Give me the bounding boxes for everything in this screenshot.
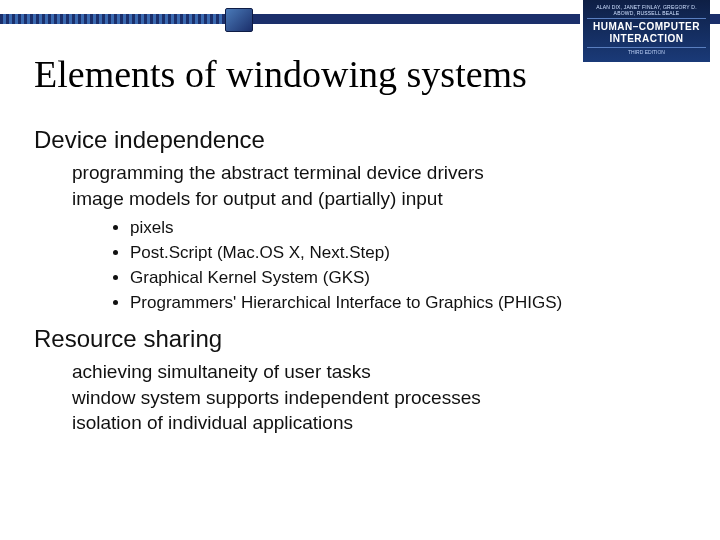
- list-item: pixels: [130, 217, 680, 240]
- book-authors: ALAN DIX, JANET FINLAY, GREGORY D. ABOWD…: [587, 4, 706, 16]
- section-head: Device independence: [34, 126, 680, 154]
- section-head: Resource sharing: [34, 325, 680, 353]
- section-sub: window system supports independent proce…: [72, 385, 680, 411]
- section-sub: isolation of individual applications: [72, 410, 680, 436]
- book-edition: THIRD EDITION: [587, 49, 706, 55]
- header-bar: ALAN DIX, JANET FINLAY, GREGORY D. ABOWD…: [0, 0, 720, 28]
- list-item: Post.Script (Mac.OS X, Next.Step): [130, 242, 680, 265]
- bullet-list: pixels Post.Script (Mac.OS X, Next.Step)…: [104, 217, 680, 315]
- section-sub: achieving simultaneity of user tasks: [72, 359, 680, 385]
- list-item: Graphical Kernel System (GKS): [130, 267, 680, 290]
- section-resource-sharing: Resource sharing achieving simultaneity …: [34, 325, 680, 436]
- header-chip-icon: [225, 8, 253, 32]
- section-sub: image models for output and (partially) …: [72, 186, 680, 212]
- section-sub: programming the abstract terminal device…: [72, 160, 680, 186]
- section-device-independence: Device independence programming the abst…: [34, 126, 680, 315]
- list-item: Programmers' Hierarchical Interface to G…: [130, 292, 680, 315]
- book-title: HUMAN–COMPUTER INTERACTION: [587, 18, 706, 48]
- book-cover: ALAN DIX, JANET FINLAY, GREGORY D. ABOWD…: [580, 0, 710, 62]
- header-stripe: [0, 14, 250, 24]
